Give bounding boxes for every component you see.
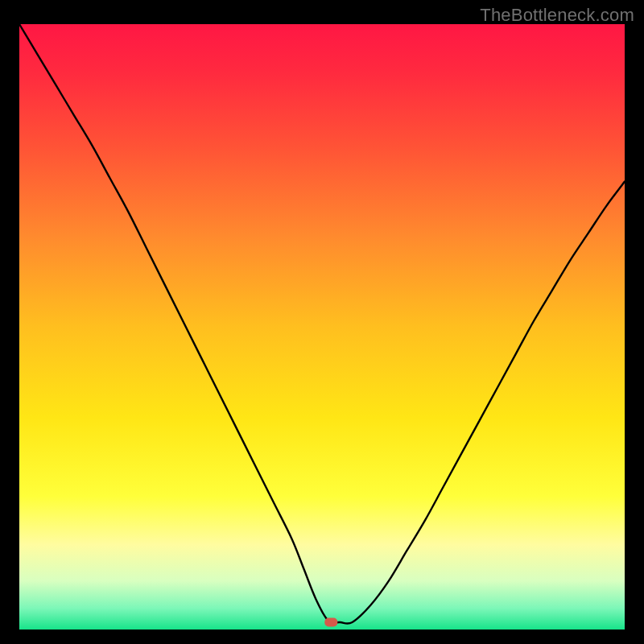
watermark-text: TheBottleneck.com — [480, 5, 634, 26]
plot-area — [19, 24, 625, 630]
optimum-marker — [324, 617, 337, 626]
gradient-background — [19, 24, 625, 630]
chart-stage: TheBottleneck.com — [0, 0, 644, 644]
bottleneck-chart — [19, 24, 625, 630]
